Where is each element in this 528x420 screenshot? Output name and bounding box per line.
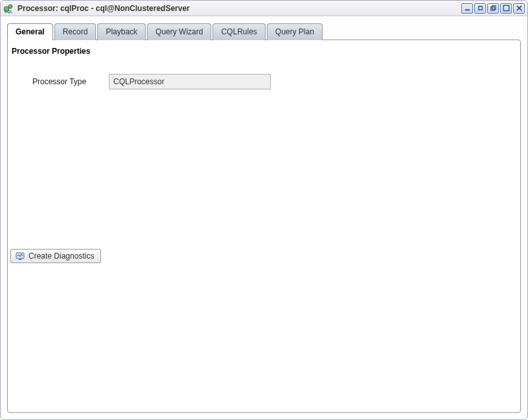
window-frame: CQL Processor: cqlProc - cql@NonClustere… [0, 0, 528, 420]
window-controls [461, 3, 525, 14]
processor-type-field: CQLProcessor [109, 74, 271, 89]
tab-label: Record [63, 27, 88, 36]
svg-rect-7 [503, 5, 509, 10]
tab-label: Playback [106, 27, 137, 36]
restore-down-button[interactable] [474, 3, 486, 14]
tab-panel-general: Processor Properties Processor Type CQLP… [7, 40, 521, 413]
svg-text:CQL: CQL [5, 10, 13, 14]
processor-icon: CQL [3, 3, 14, 14]
section-title: Processor Properties [12, 47, 516, 56]
maximize-button[interactable] [500, 3, 512, 14]
tab-record[interactable]: Record [54, 23, 97, 40]
close-button[interactable] [513, 3, 525, 14]
restore-up-button[interactable] [487, 3, 499, 14]
svg-rect-3 [465, 9, 469, 10]
action-bar: Create Diagnostics [10, 249, 101, 263]
button-label: Create Diagnostics [29, 251, 94, 261]
processor-type-row: Processor Type CQLProcessor [32, 74, 518, 89]
svg-rect-4 [478, 6, 482, 10]
tab-query-wizard[interactable]: Query Wizard [147, 23, 211, 40]
create-diagnostics-button[interactable]: Create Diagnostics [10, 249, 101, 263]
tab-playback[interactable]: Playback [97, 23, 146, 40]
svg-rect-5 [490, 7, 494, 11]
titlebar: CQL Processor: cqlProc - cql@NonClustere… [1, 1, 527, 16]
svg-rect-6 [492, 6, 496, 10]
processor-type-label: Processor Type [32, 77, 102, 86]
window-title: Processor: cqlProc - cql@NonClusteredSer… [17, 4, 461, 13]
tab-label: Query Plan [275, 27, 314, 36]
svg-rect-9 [19, 259, 21, 260]
content-area: General Record Playback Query Wizard CQL… [1, 16, 527, 419]
tab-cql-rules[interactable]: CQLRules [212, 23, 265, 40]
diagnostics-icon [15, 251, 25, 261]
tab-label: General [16, 27, 45, 36]
tab-strip: General Record Playback Query Wizard CQL… [7, 23, 521, 40]
tab-label: CQLRules [221, 27, 257, 36]
tab-label: Query Wizard [155, 27, 203, 36]
tab-general[interactable]: General [7, 23, 53, 40]
svg-point-1 [8, 5, 12, 8]
minimize-button[interactable] [461, 3, 473, 14]
tab-query-plan[interactable]: Query Plan [267, 23, 323, 40]
